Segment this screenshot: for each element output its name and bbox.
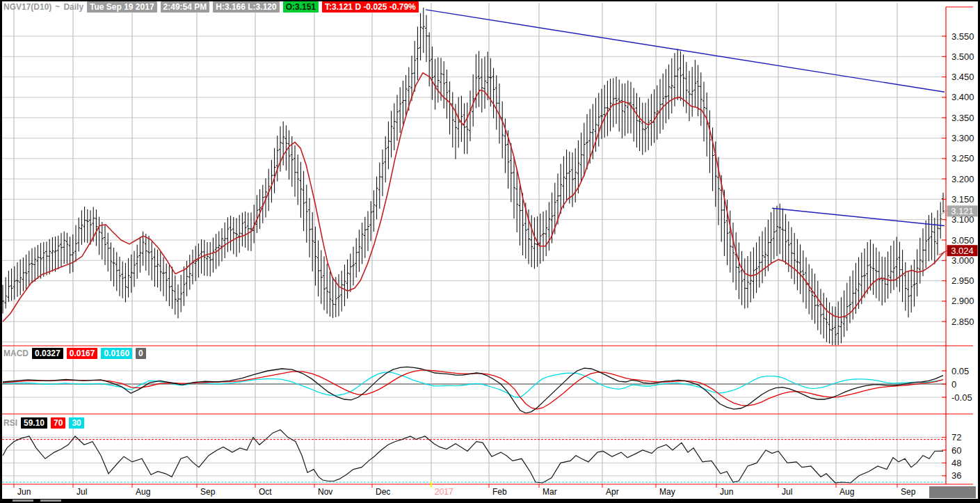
axis-tick-label: 3.500 <box>951 51 974 62</box>
ohlc-bars <box>1 8 945 346</box>
axis-tick-label: 3.200 <box>951 174 974 184</box>
timeframe-label[interactable]: Daily <box>63 2 83 12</box>
axis-tick-label: 3.350 <box>951 113 974 123</box>
gridlines <box>2 3 946 484</box>
rsi-oversold-badge: 30 <box>69 417 83 429</box>
month-label: Feb <box>492 487 507 497</box>
macd-value-badge: 0.0327 <box>32 348 63 359</box>
macd-panel[interactable] <box>3 367 943 413</box>
window-border-left <box>0 0 2 503</box>
rsi-overbought-badge: 70 <box>51 417 65 429</box>
lower-trendline[interactable] <box>772 208 945 225</box>
axis-tick-label: 2.900 <box>951 296 974 306</box>
macd-signal-line <box>3 370 943 409</box>
axis-tick-label: 48 <box>951 458 961 468</box>
axis-tick-label: 2.850 <box>951 317 974 327</box>
rsi-title: RSI <box>3 418 17 428</box>
month-label: Mar <box>543 487 557 497</box>
month-label: Sep <box>901 487 916 497</box>
window-border-top <box>0 0 980 1</box>
window-border-bottom <box>0 499 980 503</box>
axis-tick-label: 0 <box>951 379 956 390</box>
rsi-panel[interactable] <box>3 430 943 483</box>
svg-text:3.024: 3.024 <box>951 246 974 256</box>
macd-zero-badge: 0 <box>136 348 146 359</box>
axis-tick-label: -0.05 <box>951 392 972 403</box>
axis-tick-label: 36 <box>951 470 961 481</box>
month-label: Nov <box>318 487 332 497</box>
macd-legend: MACD 0.0327 0.0167 0.0160 0 <box>3 348 146 359</box>
month-label: Aug <box>840 487 854 497</box>
month-label: Oct <box>259 487 272 497</box>
month-label: Jul <box>77 487 87 497</box>
rsi-legend: RSI 59.10 70 30 <box>3 417 84 429</box>
chart-window: 3.5503.5003.4503.4003.3503.3003.2503.200… <box>0 0 980 503</box>
macd-line <box>3 367 943 413</box>
macd-signal-badge: 0.0167 <box>67 348 98 359</box>
axis-tick-label: 72 <box>951 432 961 442</box>
axis-tick-label: 3.250 <box>951 153 974 163</box>
month-label: May <box>659 487 675 497</box>
scrollbar-corner-handle[interactable] <box>929 486 976 498</box>
month-label: Aug <box>136 487 150 497</box>
open-badge: O:3.151 <box>283 1 319 13</box>
macd-histogram-badge: 0.0160 <box>101 348 132 359</box>
axis-tick-label: 3.550 <box>951 31 974 42</box>
month-label: Sep <box>200 487 216 497</box>
axis-tick-label: 3.450 <box>951 72 974 82</box>
axis-tick-label: 3.050 <box>951 235 974 246</box>
high-low-badge: H:3.166 L:3.120 <box>213 1 279 13</box>
chart-header: NGV17(D10) ~ Daily Tue Sep 19 2017 2:49:… <box>3 1 419 13</box>
rsi-line <box>3 430 943 483</box>
symbol-label: NGV17(D10) <box>3 2 51 12</box>
rsi-value-badge: 59.10 <box>21 417 47 429</box>
chart-canvas[interactable]: 3.5503.5003.4503.4003.3503.3003.2503.200… <box>0 0 980 503</box>
month-label: Jun <box>17 487 31 497</box>
axis-tick-label: 0.05 <box>951 366 969 376</box>
month-label: Jul <box>782 487 792 497</box>
month-label: Dec <box>376 487 390 497</box>
date-badge: Tue Sep 19 2017 <box>87 1 157 13</box>
axis-tick-label: 60 <box>951 445 961 456</box>
scrollbar-fragment[interactable] <box>40 500 61 502</box>
month-label: Jun <box>720 487 733 497</box>
upper-trendline[interactable] <box>426 10 945 92</box>
price-panel[interactable] <box>1 8 945 346</box>
time-badge: 2:49:54 PM <box>161 1 210 13</box>
axis-tick-label: 3.000 <box>951 255 974 266</box>
trade-change-badge: T:3.121 D -0.025 -0.79% <box>322 1 419 13</box>
axis-tick-label: 3.150 <box>951 194 974 205</box>
symbol-separator: ~ <box>55 2 60 12</box>
scrollbar-fragment[interactable] <box>13 500 33 502</box>
time-axis[interactable]: JunJulAugSepOctNovDec2017FebMarAprMayJun… <box>14 481 916 497</box>
month-label: Apr <box>606 487 619 497</box>
axis-tick-label: 2.950 <box>951 276 974 286</box>
axis-tick-label: 3.300 <box>951 133 974 143</box>
macd-title: MACD <box>3 349 29 358</box>
year-label: 2017 <box>435 487 453 497</box>
axis-tick-label: 3.400 <box>951 92 974 102</box>
svg-text:3.121: 3.121 <box>951 206 974 216</box>
